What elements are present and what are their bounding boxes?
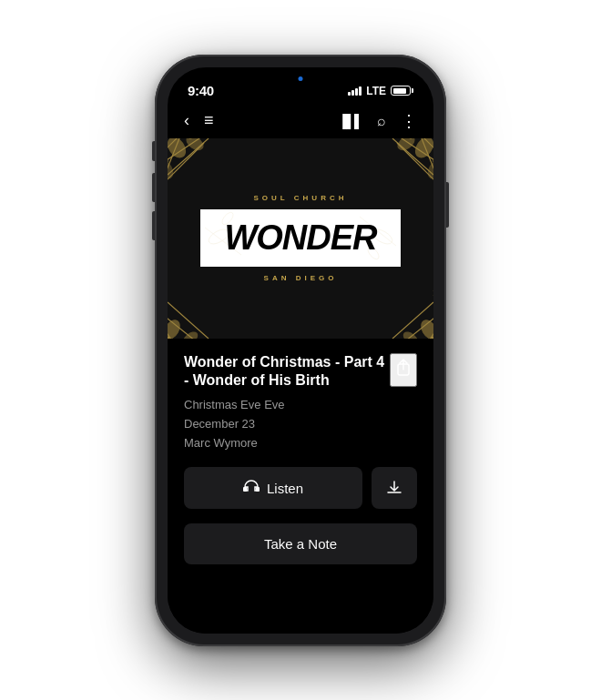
more-button[interactable]: ⋮	[401, 111, 417, 131]
phone-screen: 9:40 LTE ‹ ≡ ▐▌▌	[168, 67, 433, 634]
deco-top-right	[361, 138, 433, 211]
back-button[interactable]: ‹	[184, 111, 189, 130]
sermon-info: Wonder of Christmas - Part 4 - Wonder of…	[184, 353, 417, 453]
listen-label: Listen	[267, 481, 303, 496]
sermon-series: Christmas Eve Eve December 23 Marc Wymor…	[184, 396, 390, 452]
sermon-speaker: Marc Wymore	[184, 434, 390, 453]
deco-bottom-left	[168, 275, 231, 339]
notch-dot	[299, 76, 303, 81]
volume-down-button[interactable]	[152, 211, 155, 240]
lte-label: LTE	[366, 85, 386, 97]
share-icon	[395, 359, 412, 377]
take-note-button[interactable]: Take a Note	[184, 523, 417, 564]
wonder-box: WONDER	[200, 209, 401, 267]
status-right: LTE	[348, 85, 413, 97]
nav-bar: ‹ ≡ ▐▌▌ ⌕ ⋮	[168, 107, 433, 138]
svg-point-6	[168, 160, 175, 178]
sermon-details: Wonder of Christmas - Part 4 - Wonder of…	[184, 353, 390, 453]
silent-button[interactable]	[152, 141, 155, 161]
content-area: Wonder of Christmas - Part 4 - Wonder of…	[168, 339, 433, 634]
deco-bottom-right	[370, 275, 433, 339]
sermon-date: December 23	[184, 415, 390, 434]
sermon-title: Wonder of Christmas - Part 4 - Wonder of…	[184, 353, 390, 391]
svg-point-31	[432, 337, 433, 339]
hero-image: SOUL CHURCH WONDER SAN DIEGO	[168, 138, 433, 339]
listen-button[interactable]: Listen	[184, 467, 362, 509]
search-button[interactable]: ⌕	[377, 113, 386, 129]
volume-up-button[interactable]	[152, 173, 155, 202]
action-buttons: Listen	[184, 467, 417, 509]
church-label: SOUL CHURCH	[254, 194, 348, 202]
menu-button[interactable]: ≡	[204, 111, 214, 130]
phone-device: 9:40 LTE ‹ ≡ ▐▌▌	[155, 55, 446, 646]
svg-rect-43	[256, 487, 260, 492]
share-button[interactable]	[390, 353, 417, 387]
download-button[interactable]	[372, 467, 417, 509]
headphone-icon	[243, 480, 260, 496]
battery-icon	[391, 86, 413, 96]
svg-rect-42	[243, 487, 247, 492]
wonder-title: WONDER	[224, 218, 376, 258]
svg-point-25	[168, 337, 169, 339]
status-time: 9:40	[188, 83, 214, 98]
svg-point-16	[426, 160, 433, 178]
chart-icon[interactable]: ▐▌▌	[338, 114, 362, 128]
deco-top-left	[168, 138, 240, 211]
city-label: SAN DIEGO	[264, 274, 338, 282]
nav-left: ‹ ≡	[184, 111, 214, 130]
power-button[interactable]	[446, 182, 449, 228]
nav-right: ▐▌▌ ⌕ ⋮	[338, 111, 417, 131]
download-icon	[386, 480, 402, 496]
series-name: Christmas Eve Eve	[184, 396, 390, 415]
